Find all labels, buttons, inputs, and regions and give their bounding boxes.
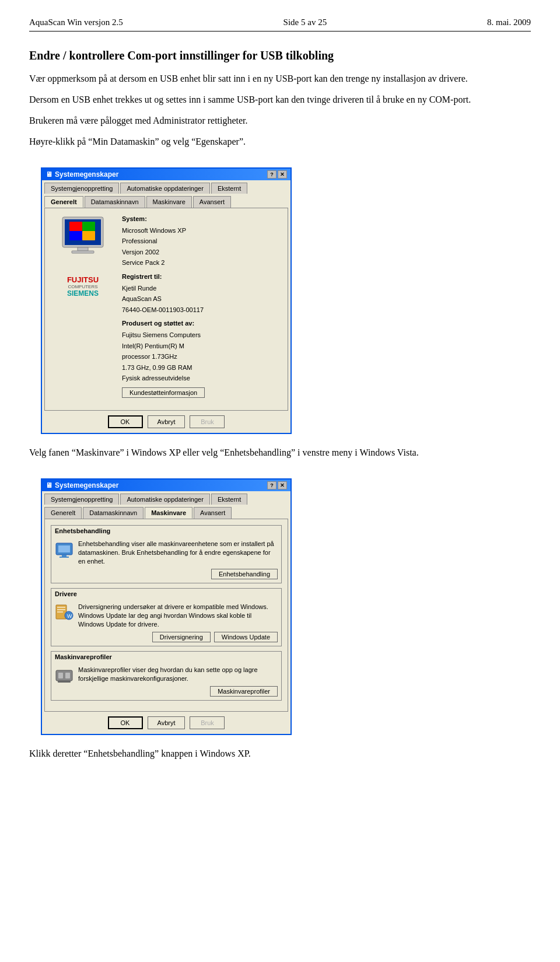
svg-rect-15 — [57, 611, 63, 613]
section2-body: W Driversignering undersøker at drivere … — [51, 599, 281, 646]
svg-rect-14 — [57, 609, 65, 610]
page-title: Endre / kontrollere Com-port innstilling… — [29, 49, 531, 62]
tab-eksternt-1[interactable]: Eksternt — [211, 183, 247, 194]
producer-display: Fysisk adresseutvidelse — [122, 373, 205, 384]
dialog-systemegenskaper-1: 🖥 Systemegenskaper ? ✕ Systemgjenopprett… — [41, 167, 292, 434]
windows-monitor-icon — [57, 214, 109, 258]
app-name: AquaScan Win versjon 2.5 — [29, 18, 123, 27]
date: 8. mai. 2009 — [487, 18, 531, 27]
page-header: AquaScan Win versjon 2.5 Side 5 av 25 8.… — [29, 18, 531, 32]
producer-label: Produsert og støttet av: — [122, 319, 205, 329]
producer-name: Fujitsu Siemens Computers — [122, 330, 205, 341]
enhetsbehandling-button[interactable]: Enhetsbehandling — [211, 569, 278, 579]
svg-text:W: W — [67, 613, 72, 619]
svg-rect-21 — [58, 681, 71, 683]
registered-label: Registrert til: — [122, 272, 205, 282]
dialog-title-2: Systemegenskaper — [55, 481, 118, 489]
paragraph-6: Klikk deretter “Enhetsbehandling” knappe… — [29, 747, 531, 761]
avbryt-button-1[interactable]: Avbryt — [148, 415, 186, 428]
svg-rect-13 — [57, 607, 65, 608]
ok-button-1[interactable]: OK — [108, 415, 143, 428]
section3-body: Maskinvareprofiler viser deg hvordan du … — [51, 662, 281, 700]
maskinvareprofiler-button[interactable]: Maskinvareprofiler — [210, 686, 278, 697]
paragraph-4: Høyre-klikk på “Min Datamaskin” og velg … — [29, 135, 531, 149]
screenshot-1: 🖥 Systemegenskaper ? ✕ Systemgjenopprett… — [41, 167, 292, 434]
bruk-button-2[interactable]: Bruk — [190, 716, 225, 729]
dialog-systemegenskaper-2: 🖥 Systemegenskaper ? ✕ Systemgjenopprett… — [41, 478, 292, 735]
section1-content: Enhetsbehandling viser alle maskinvareen… — [78, 540, 278, 579]
tab-avansert-2[interactable]: Avansert — [194, 507, 232, 519]
tab-maskinvare-2[interactable]: Maskinvare — [145, 507, 192, 519]
dialog-title-1: Systemegenskaper — [55, 170, 118, 179]
titlebar-title-2: 🖥 Systemegenskaper — [46, 481, 118, 489]
svg-rect-19 — [58, 673, 63, 678]
kundestotte-button[interactable]: Kundestøtteinformasjon — [122, 387, 205, 398]
section1-text: Enhetsbehandling viser alle maskinvareen… — [78, 540, 278, 566]
tab-automatiske-1[interactable]: Automatiske oppdateringer — [120, 183, 209, 194]
tabs-row1-d1: Systemgjenoppretting Automatiske oppdate… — [42, 180, 290, 194]
tab-datamaskinnavn-1[interactable]: Datamaskinnavn — [85, 196, 145, 208]
system-info: FUJITSU COMPUTERS SIEMENS System: Micros… — [51, 214, 282, 398]
paragraph-3: Brukeren må være pålogget med Administra… — [29, 114, 531, 128]
tab-systemgjenoppretting-2[interactable]: Systemgjenoppretting — [44, 494, 119, 505]
os-edition: Professional — [122, 236, 205, 247]
pagination: Side 5 av 25 — [284, 18, 327, 27]
help-button-2[interactable]: ? — [267, 481, 276, 489]
section3-content: Maskinvareprofiler viser deg hvordan du … — [78, 666, 278, 697]
drivere-icon: W — [55, 603, 74, 621]
computers-label: COMPUTERS — [67, 284, 99, 289]
dialog-titlebar-1: 🖥 Systemegenskaper ? ✕ — [42, 169, 290, 180]
paragraph-5: Velg fanen “Maskinvare” i Windows XP ell… — [29, 446, 531, 460]
section2-text: Driversignering undersøker at drivere er… — [78, 603, 278, 629]
os-version: Versjon 2002 — [122, 247, 205, 258]
system-label: System: — [122, 214, 205, 225]
titlebar-buttons-2: ? ✕ — [267, 481, 287, 489]
screenshot-2: 🖥 Systemegenskaper ? ✕ Systemgjenopprett… — [41, 478, 292, 735]
tab-automatiske-2[interactable]: Automatiske oppdateringer — [120, 494, 209, 505]
paragraph-1: Vær oppmerksom på at dersom en USB enhet… — [29, 72, 531, 86]
dialog-content-2: Enhetsbehandling Enhetsbehandling viser … — [44, 519, 288, 712]
tab-maskinvare-1[interactable]: Maskinvare — [146, 196, 192, 208]
driversignering-button[interactable]: Driversignering — [152, 632, 211, 642]
tab-avansert-1[interactable]: Avansert — [193, 196, 231, 208]
section3-title: Maskinvareprofiler — [51, 652, 281, 662]
titlebar-buttons-1: ? ✕ — [267, 170, 287, 179]
section2-content: Driversignering undersøker at drivere er… — [78, 603, 278, 642]
svg-rect-2 — [69, 222, 82, 231]
windows-update-button[interactable]: Windows Update — [214, 632, 278, 642]
producer-ram: 1.73 GHz, 0.99 GB RAM — [122, 363, 205, 373]
os-name: Microsoft Windows XP — [122, 226, 205, 236]
svg-rect-5 — [82, 231, 95, 240]
tab-systemgjenoppretting-1[interactable]: Systemgjenoppretting — [44, 183, 119, 194]
svg-rect-20 — [65, 673, 70, 678]
svg-rect-11 — [60, 557, 69, 558]
paragraph-2: Dersom en USB enhet trekkes ut og settes… — [29, 93, 531, 107]
bruk-button-1[interactable]: Bruk — [190, 415, 225, 428]
tab-generelt-1[interactable]: Generelt — [44, 196, 83, 208]
fujitsu-brand: FUJITSU COMPUTERS SIEMENS — [67, 275, 99, 298]
siemens-label: SIEMENS — [67, 289, 99, 298]
tab-generelt-2[interactable]: Generelt — [44, 507, 82, 519]
section2-title: Drivere — [51, 589, 281, 599]
svg-rect-4 — [69, 231, 82, 240]
section-maskinvareprofiler: Maskinvareprofiler Maskinvareprofiler vi… — [51, 651, 282, 701]
dialog-icon-1: 🖥 — [46, 170, 52, 179]
section1-body: Enhetsbehandling viser alle maskinvareen… — [51, 536, 281, 583]
titlebar-title-1: 🖥 Systemegenskaper — [46, 170, 118, 179]
tabs-row2-d2: Generelt Datamaskinnavn Maskinvare Avans… — [42, 505, 290, 519]
os-sp: Service Pack 2 — [122, 258, 205, 268]
tab-eksternt-2[interactable]: Eksternt — [211, 494, 247, 505]
system-logo: FUJITSU COMPUTERS SIEMENS — [51, 214, 115, 398]
registered-name: Kjetil Runde — [122, 284, 205, 294]
help-button-1[interactable]: ? — [267, 170, 276, 179]
registered-company: AquaScan AS — [122, 294, 205, 305]
close-button-2[interactable]: ✕ — [278, 481, 287, 489]
avbryt-button-2[interactable]: Avbryt — [148, 716, 186, 729]
tabs-row2-d1: Generelt Datamaskinnavn Maskinvare Avans… — [42, 194, 290, 208]
dialog-footer-2: OK Avbryt Bruk — [42, 712, 290, 734]
tab-datamaskinnavn-2[interactable]: Datamaskinnavn — [83, 507, 144, 519]
section1-title: Enhetsbehandling — [51, 526, 281, 536]
svg-rect-3 — [82, 222, 95, 231]
close-button-1[interactable]: ✕ — [278, 170, 287, 179]
ok-button-2[interactable]: OK — [108, 716, 143, 729]
